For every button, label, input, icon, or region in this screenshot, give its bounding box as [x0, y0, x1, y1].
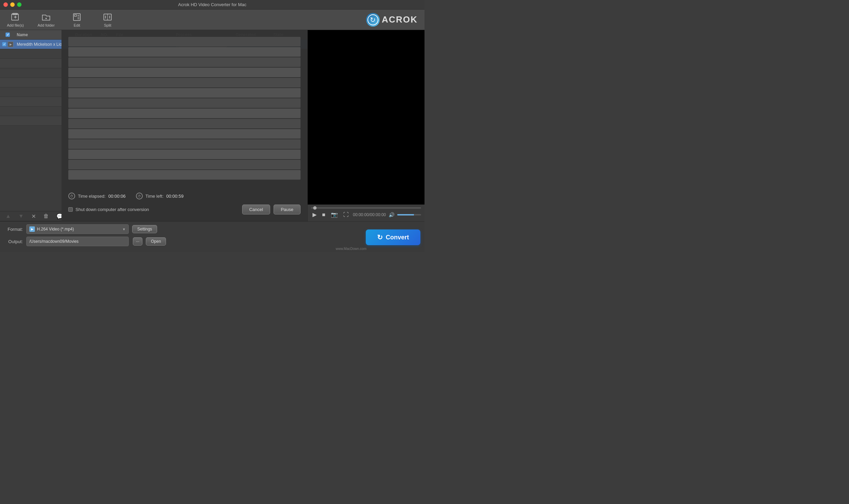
logo-icon — [366, 13, 380, 27]
format-type-icon: ▶ — [29, 226, 35, 232]
stripe-7 — [68, 98, 301, 108]
output-label: Output: — [4, 239, 23, 244]
add-files-button[interactable]: Add file(s) — [3, 11, 27, 29]
select-all-checkbox[interactable]: ✓ — [5, 32, 10, 37]
maximize-button[interactable] — [17, 2, 22, 7]
window-controls[interactable] — [3, 2, 22, 7]
header-check: ✓ — [0, 32, 15, 37]
stripe-9 — [68, 119, 301, 128]
format-row: Format: ▶ H.264 Video (*.mp4) ▼ Settings — [4, 224, 420, 234]
stripe-5 — [68, 78, 301, 87]
volume-slider[interactable] — [397, 214, 421, 215]
stripe-12 — [68, 150, 301, 159]
add-folder-button[interactable]: Add folder — [34, 11, 58, 29]
shutdown-option: Shut down computer after conversion — [68, 207, 149, 212]
time-row: ⏱ Time elapsed: 00:00:06 ⏱ Time left: 00… — [68, 193, 301, 199]
seek-thumb[interactable] — [313, 206, 317, 210]
stripe-3 — [68, 57, 301, 67]
stripe-13 — [68, 160, 301, 169]
film-icon: ▶ — [8, 42, 13, 47]
split-icon — [103, 12, 112, 22]
stripe-8 — [68, 109, 301, 118]
edit-icon — [72, 12, 82, 22]
move-down-button[interactable]: ▼ — [16, 212, 26, 220]
app-title: Acrok HD Video Converter for Mac — [178, 2, 247, 7]
time-left-label: Time left: — [145, 194, 164, 199]
format-text: H.264 Video (*.mp4) — [35, 227, 122, 232]
logo-text: ACROK — [382, 14, 418, 25]
stripe-11 — [68, 139, 301, 149]
time-left-value: 00:00:59 — [166, 194, 184, 199]
shutdown-label: Shut down computer after conversion — [75, 207, 149, 212]
edit-label: Edit — [74, 23, 80, 27]
output-path: /Users/macdown09/Movies — [26, 237, 129, 246]
main-content: ✓ Name Duration NO. File Process Generat… — [0, 30, 424, 221]
settings-button[interactable]: Settings — [132, 225, 157, 233]
close-button[interactable] — [3, 2, 8, 7]
stripe-6 — [68, 88, 301, 98]
svg-rect-10 — [74, 15, 76, 16]
delete-button[interactable]: 🗑 — [41, 212, 51, 220]
cancel-button[interactable]: Cancel — [242, 205, 270, 214]
logo: ACROK — [366, 13, 418, 27]
file-list-area: ✓ Name Duration NO. File Process Generat… — [0, 30, 308, 221]
dropdown-arrow-icon: ▼ — [122, 227, 126, 231]
stripe-10 — [68, 129, 301, 139]
convert-label: Convert — [386, 234, 409, 241]
pause-button[interactable]: Pause — [274, 205, 301, 214]
row-checkbox[interactable]: ✓ — [2, 42, 6, 46]
add-folder-label: Add folder — [38, 23, 55, 27]
shutdown-checkbox[interactable] — [68, 207, 73, 212]
screenshot-button[interactable]: 📷 — [330, 211, 339, 219]
seek-bar[interactable] — [311, 207, 421, 209]
title-bar: Acrok HD Video Converter for Mac — [0, 0, 424, 10]
dialog-buttons: Cancel Pause — [242, 205, 301, 214]
progress-stripes — [68, 37, 301, 187]
preview-panel: ▶ ■ 📷 ⛶ 00:00:00/00:00:00 🔊 — [308, 30, 424, 221]
minimize-button[interactable] — [10, 2, 15, 7]
edit-button[interactable]: Edit — [65, 11, 89, 29]
convert-button[interactable]: ↻ Convert — [366, 229, 420, 245]
volume-icon: 🔊 — [389, 212, 394, 218]
toolbar: Add file(s) Add folder Edit — [0, 10, 424, 30]
time-elapsed-label: Time elapsed: — [78, 194, 106, 199]
add-files-label: Add file(s) — [7, 23, 24, 27]
stop-button[interactable]: ■ — [321, 211, 327, 219]
clock2-icon: ⏱ — [136, 193, 143, 199]
output-more-button[interactable]: ··· — [133, 237, 142, 246]
stripe-2 — [68, 47, 301, 57]
preview-video — [308, 30, 424, 205]
time-left-item: ⏱ Time left: 00:00:59 — [136, 193, 184, 199]
add-folder-icon — [41, 12, 51, 22]
remove-button[interactable]: ✕ — [29, 212, 38, 220]
split-label: Split — [104, 23, 111, 27]
bottom-area: Format: ▶ H.264 Video (*.mp4) ▼ Settings… — [0, 221, 424, 252]
row-check[interactable]: ✓ ▶ — [0, 42, 15, 47]
stripe-14 — [68, 170, 301, 180]
time-display: 00:00:00/00:00:00 — [353, 212, 386, 217]
play-button[interactable]: ▶ — [311, 211, 318, 219]
add-files-icon — [11, 12, 20, 22]
convert-icon: ↻ — [377, 233, 383, 241]
time-elapsed-item: ⏱ Time elapsed: 00:00:06 — [68, 193, 126, 199]
fullscreen-button[interactable]: ⛶ — [342, 211, 350, 219]
split-button[interactable]: Split — [96, 11, 120, 29]
conversion-dialog: ⏱ Time elapsed: 00:00:06 ⏱ Time left: 00… — [61, 30, 307, 221]
watermark: www.MacDown.com — [336, 247, 366, 251]
format-label: Format: — [4, 227, 23, 232]
open-folder-button[interactable]: Open — [146, 237, 166, 246]
stripe-4 — [68, 68, 301, 77]
stripe-1 — [68, 37, 301, 46]
preview-controls: ▶ ■ 📷 ⛶ 00:00:00/00:00:00 🔊 — [308, 205, 424, 221]
output-row: Output: /Users/macdown09/Movies ··· Open — [4, 237, 420, 246]
clock-icon: ⏱ — [68, 193, 75, 199]
move-up-button[interactable]: ▲ — [3, 212, 13, 220]
time-elapsed-value: 00:00:06 — [108, 194, 126, 199]
playback-controls: ▶ ■ 📷 ⛶ 00:00:00/00:00:00 🔊 — [311, 211, 421, 219]
shutdown-row: Shut down computer after conversion Canc… — [68, 205, 301, 214]
format-select[interactable]: ▶ H.264 Video (*.mp4) ▼ — [26, 224, 129, 234]
